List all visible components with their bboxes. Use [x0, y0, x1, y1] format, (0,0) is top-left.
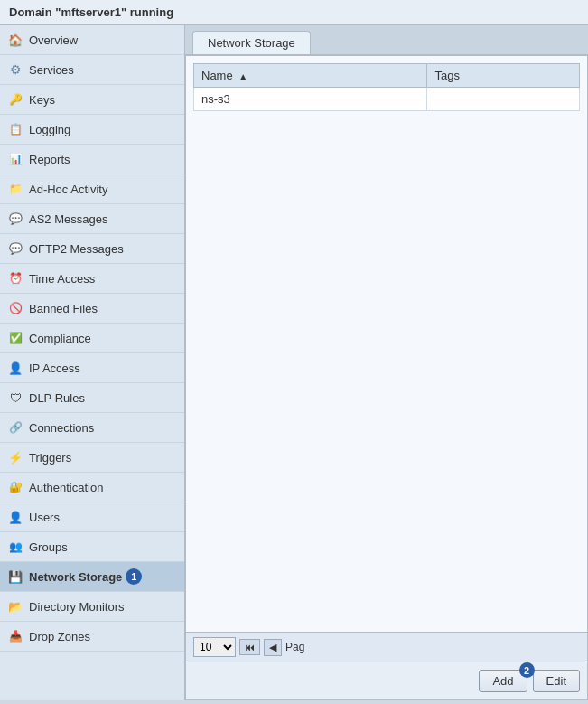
- auth-icon: [7, 479, 23, 495]
- sidebar-label-banned: Banned Files: [29, 302, 98, 315]
- sidebar-label-users: Users: [29, 511, 60, 524]
- sidebar-item-overview[interactable]: Overview: [0, 25, 184, 55]
- adhoc-icon: [7, 181, 23, 197]
- table-row[interactable]: ns-s3: [194, 88, 580, 111]
- sort-arrow-icon: ▲: [238, 71, 247, 81]
- sidebar-item-as2[interactable]: AS2 Messages: [0, 204, 184, 234]
- sidebar-label-adhoc: Ad-Hoc Activity: [29, 183, 107, 196]
- col-name-label: Name: [201, 69, 233, 82]
- action-bar: Add 2 Edit: [186, 662, 587, 699]
- sidebar-item-dirmonitor[interactable]: Directory Monitors: [0, 592, 184, 622]
- sidebar-label-overview: Overview: [29, 33, 78, 47]
- sidebar-item-triggers[interactable]: Triggers: [0, 443, 184, 473]
- sidebar-item-logging[interactable]: Logging: [0, 115, 184, 145]
- sidebar-item-reports[interactable]: Reports: [0, 145, 184, 174]
- sidebar: OverviewServicesKeysLoggingReportsAd-Hoc…: [0, 25, 185, 700]
- sidebar-item-netstorage[interactable]: Network Storage1: [0, 562, 184, 592]
- tab-bar: Network Storage: [185, 25, 588, 55]
- sidebar-label-connections: Connections: [29, 421, 94, 435]
- dlp-icon: [7, 390, 23, 406]
- sidebar-label-triggers: Triggers: [29, 451, 71, 465]
- col-tags: Tags: [427, 64, 580, 88]
- oftp2-icon: [7, 240, 23, 257]
- banned-icon: [7, 300, 23, 316]
- pagination-bar: 10 25 50 100 ⏮ ◀ Pag: [186, 632, 587, 662]
- logging-icon: [7, 121, 23, 137]
- content-panel: Name ▲ Tags ns-s3: [185, 55, 588, 700]
- compliance-icon: [7, 330, 23, 346]
- tab-label: Network Storage: [208, 36, 295, 50]
- page-size-select[interactable]: 10 25 50 100: [193, 637, 236, 657]
- sidebar-label-groups: Groups: [29, 540, 68, 554]
- services-icon: [7, 61, 23, 78]
- sidebar-item-timeaccess[interactable]: Time Access: [0, 264, 184, 294]
- add-button-wrapper: Add 2: [479, 670, 527, 692]
- sidebar-label-as2: AS2 Messages: [29, 212, 107, 226]
- sidebar-label-keys: Keys: [29, 93, 55, 107]
- sidebar-item-groups[interactable]: Groups: [0, 532, 184, 562]
- as2-icon: [7, 211, 23, 227]
- add-badge: 2: [519, 662, 535, 678]
- add-label: Add: [492, 674, 513, 688]
- netstorage-icon: [7, 568, 23, 585]
- sidebar-item-keys[interactable]: Keys: [0, 85, 184, 115]
- keys-icon: [7, 91, 23, 108]
- sidebar-label-dropzones: Drop Zones: [29, 630, 90, 643]
- edit-label: Edit: [546, 674, 566, 688]
- sidebar-item-adhoc[interactable]: Ad-Hoc Activity: [0, 174, 184, 204]
- edit-button[interactable]: Edit: [533, 670, 580, 692]
- sidebar-label-auth: Authentication: [29, 481, 103, 494]
- sidebar-item-compliance[interactable]: Compliance: [0, 324, 184, 353]
- main-layout: OverviewServicesKeysLoggingReportsAd-Hoc…: [0, 25, 588, 700]
- triggers-icon: [7, 449, 23, 465]
- col-name[interactable]: Name ▲: [194, 64, 427, 88]
- tab-network-storage[interactable]: Network Storage: [192, 31, 311, 54]
- network-storage-table: Name ▲ Tags ns-s3: [193, 63, 580, 111]
- table-container: Name ▲ Tags ns-s3: [186, 56, 587, 632]
- sidebar-label-dlp: DLP Rules: [29, 391, 85, 405]
- title-bar: Domain "mftserver1" running: [0, 0, 588, 25]
- content-area: Network Storage Name ▲: [185, 25, 588, 700]
- timeaccess-icon: [7, 270, 23, 286]
- sidebar-item-dropzones[interactable]: Drop Zones: [0, 622, 184, 652]
- cell-tags: [427, 88, 580, 111]
- col-tags-label: Tags: [434, 69, 459, 82]
- reports-icon: [7, 151, 23, 167]
- sidebar-label-timeaccess: Time Access: [29, 272, 95, 286]
- sidebar-item-ipaccess[interactable]: IP Access: [0, 353, 184, 383]
- sidebar-label-oftp2: OFTP2 Messages: [29, 242, 124, 256]
- sidebar-label-ipaccess: IP Access: [29, 361, 80, 375]
- sidebar-item-connections[interactable]: Connections: [0, 413, 184, 443]
- groups-icon: [7, 539, 23, 555]
- sidebar-label-logging: Logging: [29, 123, 70, 136]
- sidebar-item-services[interactable]: Services: [0, 55, 184, 85]
- dirmonitor-icon: [7, 598, 23, 615]
- ipaccess-icon: [7, 360, 23, 376]
- title-text: Domain "mftserver1" running: [9, 5, 173, 19]
- sidebar-item-banned[interactable]: Banned Files: [0, 294, 184, 324]
- sidebar-item-users[interactable]: Users: [0, 502, 184, 532]
- sidebar-item-dlp[interactable]: DLP Rules: [0, 383, 184, 413]
- sidebar-label-reports: Reports: [29, 153, 70, 166]
- overview-icon: [7, 32, 23, 48]
- sidebar-item-auth[interactable]: Authentication: [0, 473, 184, 502]
- first-page-button[interactable]: ⏮: [239, 639, 260, 655]
- users-icon: [7, 509, 23, 525]
- sidebar-badge-netstorage: 1: [126, 568, 142, 585]
- dropzones-icon: [7, 628, 23, 644]
- cell-name: ns-s3: [194, 88, 427, 111]
- table-body: ns-s3: [194, 88, 580, 111]
- sidebar-item-oftp2[interactable]: OFTP2 Messages: [0, 234, 184, 264]
- connections-icon: [7, 419, 23, 436]
- sidebar-label-netstorage: Network Storage: [29, 570, 122, 584]
- sidebar-label-compliance: Compliance: [29, 332, 91, 345]
- page-label: Pag: [285, 641, 304, 653]
- sidebar-label-dirmonitor: Directory Monitors: [29, 600, 124, 614]
- sidebar-label-services: Services: [29, 63, 74, 77]
- prev-page-button[interactable]: ◀: [264, 639, 282, 656]
- table-header: Name ▲ Tags: [194, 64, 580, 88]
- panel-inner: Name ▲ Tags ns-s3: [186, 56, 587, 699]
